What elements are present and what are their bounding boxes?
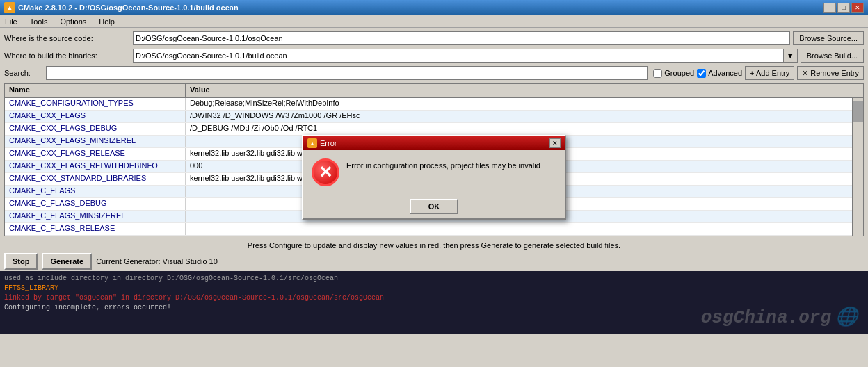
bottom-toolbar: Stop Generate Current Generator: Visual … (0, 252, 868, 271)
generator-label: Current Generator: Visual Studio 10 (96, 257, 218, 266)
dialog-title-icon: ▲ (307, 138, 317, 148)
dialog-title-bar: ▲ Error ✕ (303, 136, 565, 150)
cell-value: /DWIN32 /D_WINDOWS /W3 /Zm1000 /GR /EHsc (186, 111, 863, 122)
advanced-option: Advanced (697, 69, 742, 78)
cell-name: CMAKE_C_FLAGS_RELEASE (5, 223, 186, 235)
vertical-scrollbar[interactable] (852, 98, 863, 236)
error-icon: ✕ (312, 158, 339, 186)
close-button[interactable]: ✕ (851, 3, 864, 13)
search-label: Search: (4, 69, 46, 77)
build-label: Where to build the binaries: (4, 51, 133, 60)
grouped-checkbox[interactable] (653, 69, 662, 78)
dialog-body: ✕ Error in configuration process, projec… (303, 150, 565, 195)
table-row[interactable]: CMAKE_C_FLAGS_RELEASE (5, 223, 863, 236)
stop-button[interactable]: Stop (4, 253, 38, 270)
output-line: FFTSS_LIBRARY (4, 284, 864, 293)
menu-bar: File Tools Options Help (0, 15, 868, 28)
browse-build-button[interactable]: Browse Build... (801, 49, 864, 63)
column-header-value: Value (186, 84, 863, 97)
build-row: Where to build the binaries: ▼ Browse Bu… (4, 48, 864, 63)
cell-name: CMAKE_CXX_STANDARD_LIBRARIES (5, 173, 186, 185)
build-input[interactable] (133, 49, 784, 63)
dialog-close-button[interactable]: ✕ (549, 138, 561, 148)
search-options: Grouped Advanced + Add Entry ✕ Remove En… (653, 66, 864, 80)
menu-help[interactable]: Help (97, 17, 117, 26)
app-icon: ▲ (4, 2, 15, 13)
window-title: CMake 2.8.10.2 - D:/OSG/osgOcean-Source-… (18, 3, 239, 12)
cell-name: CMAKE_C_FLAGS (5, 186, 186, 197)
cell-name: CMAKE_CXX_FLAGS_RELEASE (5, 148, 186, 160)
dialog-footer: OK (303, 195, 565, 218)
search-input[interactable] (46, 66, 648, 80)
grouped-option: Grouped (653, 69, 694, 78)
menu-options[interactable]: Options (58, 17, 88, 26)
add-entry-button[interactable]: + Add Entry (745, 66, 794, 80)
output-area: used as include directory in directory D… (0, 271, 868, 334)
cell-name: CMAKE_CXX_FLAGS_RELWITHDEBINFO (5, 161, 186, 172)
table-row[interactable]: CMAKE_CONFIGURATION_TYPESDebug;Release;M… (5, 98, 863, 111)
cell-name: CMAKE_C_FLAGS_MINSIZEREL (5, 211, 186, 222)
dialog-title-text: Error (320, 139, 337, 147)
dialog-ok-button[interactable]: OK (410, 199, 458, 214)
watermark: osgChina.org 🌐 (701, 306, 858, 328)
output-line: linked by target "osgOcean" in directory… (4, 293, 864, 303)
browse-source-button[interactable]: Browse Source... (793, 31, 864, 45)
build-dropdown[interactable]: ▼ (784, 49, 798, 63)
menu-tools[interactable]: Tools (28, 17, 50, 26)
output-line: used as include directory in directory D… (4, 274, 864, 284)
advanced-checkbox[interactable] (697, 69, 706, 78)
title-bar: ▲ CMake 2.8.10.2 - D:/OSG/osgOcean-Sourc… (0, 0, 868, 15)
advanced-label: Advanced (708, 69, 742, 77)
cell-name: CMAKE_CXX_FLAGS_DEBUG (5, 123, 186, 135)
source-input[interactable] (133, 31, 790, 45)
table-row[interactable]: CMAKE_CXX_FLAGS_DEBUG/D_DEBUG /MDd /Zi /… (5, 123, 863, 136)
minimize-button[interactable]: ─ (823, 3, 836, 13)
maximize-button[interactable]: □ (837, 3, 850, 13)
cell-name: CMAKE_CONFIGURATION_TYPES (5, 98, 186, 110)
column-header-name: Name (5, 84, 186, 97)
watermark-text: osgChina.org (701, 307, 831, 328)
generate-button[interactable]: Generate (42, 253, 92, 270)
status-bar: Press Configure to update and display ne… (0, 239, 868, 252)
cell-value: /D_DEBUG /MDd /Zi /Ob0 /Od /RTC1 (186, 123, 863, 135)
source-label: Where is the source code: (4, 34, 133, 42)
cell-name: CMAKE_C_FLAGS_DEBUG (5, 198, 186, 210)
remove-entry-button[interactable]: ✕ Remove Entry (797, 66, 864, 80)
grouped-label: Grouped (664, 69, 694, 77)
error-dialog: ▲ Error ✕ ✕ Error in configuration proce… (302, 135, 566, 220)
table-row[interactable]: CMAKE_CXX_FLAGS/DWIN32 /D_WINDOWS /W3 /Z… (5, 111, 863, 123)
scrollbar-thumb[interactable] (853, 101, 863, 122)
source-row: Where is the source code: Browse Source.… (4, 31, 864, 46)
dialog-message: Error in configuration process, project … (346, 158, 556, 170)
cell-value: Debug;Release;MinSizeRel;RelWithDebInfo (186, 98, 863, 110)
cell-value (186, 223, 863, 235)
window-controls: ─ □ ✕ (823, 3, 864, 13)
menu-file[interactable]: File (3, 17, 19, 26)
table-header: Name Value (5, 84, 863, 98)
cell-name: CMAKE_CXX_FLAGS (5, 111, 186, 122)
cell-name: CMAKE_CXX_FLAGS_MINSIZEREL (5, 136, 186, 147)
search-row: Search: Grouped Advanced + Add Entry ✕ R… (4, 65, 864, 81)
